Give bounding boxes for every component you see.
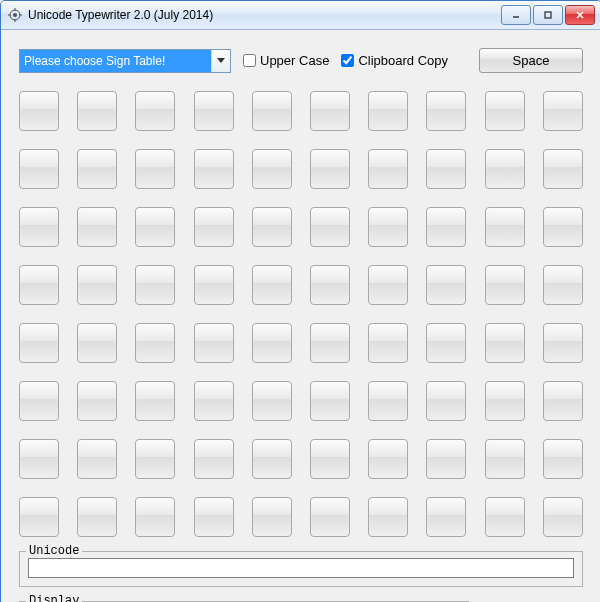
char-key[interactable] xyxy=(77,323,117,363)
char-key[interactable] xyxy=(485,323,525,363)
char-key[interactable] xyxy=(310,207,350,247)
char-key[interactable] xyxy=(485,91,525,131)
sign-table-dropdown[interactable]: Please choose Sign Table! xyxy=(19,49,231,73)
close-button[interactable] xyxy=(565,5,595,25)
char-key[interactable] xyxy=(543,323,583,363)
char-key[interactable] xyxy=(368,381,408,421)
char-key[interactable] xyxy=(310,265,350,305)
char-key[interactable] xyxy=(252,323,292,363)
char-key[interactable] xyxy=(368,149,408,189)
upper-case-input[interactable] xyxy=(243,54,256,67)
char-key[interactable] xyxy=(194,497,234,537)
top-controls: Please choose Sign Table! Upper Case Cli… xyxy=(19,48,583,73)
char-key[interactable] xyxy=(426,91,466,131)
char-key[interactable] xyxy=(543,497,583,537)
char-key[interactable] xyxy=(194,149,234,189)
char-key[interactable] xyxy=(252,439,292,479)
char-key[interactable] xyxy=(194,381,234,421)
char-key[interactable] xyxy=(543,207,583,247)
char-key[interactable] xyxy=(194,91,234,131)
char-key[interactable] xyxy=(310,439,350,479)
char-key[interactable] xyxy=(252,149,292,189)
char-key[interactable] xyxy=(135,265,175,305)
char-key[interactable] xyxy=(368,265,408,305)
char-key[interactable] xyxy=(252,497,292,537)
space-button[interactable]: Space xyxy=(479,48,583,73)
char-key[interactable] xyxy=(77,439,117,479)
char-key[interactable] xyxy=(19,265,59,305)
unicode-input[interactable] xyxy=(28,558,574,578)
char-key[interactable] xyxy=(135,149,175,189)
char-key[interactable] xyxy=(77,207,117,247)
char-key[interactable] xyxy=(77,91,117,131)
char-key[interactable] xyxy=(19,149,59,189)
maximize-button[interactable] xyxy=(533,5,563,25)
char-key[interactable] xyxy=(252,91,292,131)
char-key[interactable] xyxy=(135,323,175,363)
char-key[interactable] xyxy=(252,381,292,421)
app-icon xyxy=(7,7,23,23)
char-key[interactable] xyxy=(543,439,583,479)
char-key[interactable] xyxy=(135,497,175,537)
char-key[interactable] xyxy=(426,265,466,305)
char-key[interactable] xyxy=(19,497,59,537)
char-key[interactable] xyxy=(310,91,350,131)
char-key[interactable] xyxy=(135,207,175,247)
char-key[interactable] xyxy=(368,91,408,131)
char-key[interactable] xyxy=(485,207,525,247)
char-key[interactable] xyxy=(426,439,466,479)
display-label: Display xyxy=(26,594,82,602)
bottom-row: Display Delete all xyxy=(19,587,583,602)
char-key[interactable] xyxy=(543,149,583,189)
char-key[interactable] xyxy=(77,265,117,305)
char-key[interactable] xyxy=(77,381,117,421)
char-key[interactable] xyxy=(426,323,466,363)
char-key[interactable] xyxy=(368,439,408,479)
char-key[interactable] xyxy=(77,149,117,189)
char-key[interactable] xyxy=(194,265,234,305)
char-key[interactable] xyxy=(19,323,59,363)
svg-marker-10 xyxy=(217,58,225,63)
upper-case-checkbox[interactable]: Upper Case xyxy=(243,53,329,68)
char-key[interactable] xyxy=(310,323,350,363)
char-key[interactable] xyxy=(543,91,583,131)
char-key[interactable] xyxy=(194,439,234,479)
char-key[interactable] xyxy=(543,265,583,305)
char-key[interactable] xyxy=(485,497,525,537)
char-key[interactable] xyxy=(77,497,117,537)
char-key[interactable] xyxy=(19,439,59,479)
char-key[interactable] xyxy=(135,381,175,421)
char-key[interactable] xyxy=(368,323,408,363)
clipboard-copy-checkbox[interactable]: Clipboard Copy xyxy=(341,53,448,68)
unicode-label: Unicode xyxy=(26,544,82,558)
char-key[interactable] xyxy=(19,381,59,421)
char-key[interactable] xyxy=(135,439,175,479)
char-key[interactable] xyxy=(252,207,292,247)
char-key[interactable] xyxy=(194,207,234,247)
char-key[interactable] xyxy=(310,381,350,421)
char-key[interactable] xyxy=(485,439,525,479)
char-key[interactable] xyxy=(19,91,59,131)
char-key[interactable] xyxy=(426,497,466,537)
clipboard-copy-label: Clipboard Copy xyxy=(358,53,448,68)
titlebar: Unicode Typewriter 2.0 (July 2014) xyxy=(1,1,600,30)
char-key[interactable] xyxy=(194,323,234,363)
char-key[interactable] xyxy=(19,207,59,247)
char-key[interactable] xyxy=(252,265,292,305)
minimize-button[interactable] xyxy=(501,5,531,25)
char-key[interactable] xyxy=(485,149,525,189)
char-key[interactable] xyxy=(426,381,466,421)
char-key[interactable] xyxy=(426,207,466,247)
char-key[interactable] xyxy=(310,149,350,189)
char-key[interactable] xyxy=(368,207,408,247)
char-key[interactable] xyxy=(135,91,175,131)
char-key[interactable] xyxy=(310,497,350,537)
char-key[interactable] xyxy=(543,381,583,421)
char-key[interactable] xyxy=(485,381,525,421)
char-key[interactable] xyxy=(485,265,525,305)
sign-table-selected: Please choose Sign Table! xyxy=(20,50,211,72)
window-title: Unicode Typewriter 2.0 (July 2014) xyxy=(28,8,501,22)
char-key[interactable] xyxy=(426,149,466,189)
clipboard-copy-input[interactable] xyxy=(341,54,354,67)
char-key[interactable] xyxy=(368,497,408,537)
